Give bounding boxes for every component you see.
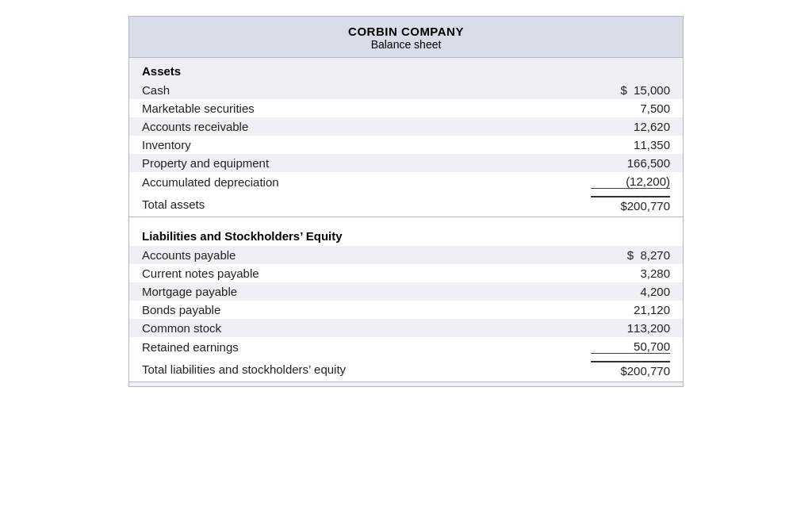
asset-value-accounts-receivable: 12,620 [591, 120, 670, 133]
liab-value-bonds: 21,120 [591, 303, 670, 316]
asset-label-marketable: Marketable securities [142, 102, 591, 115]
asset-row-depreciation: Accumulated depreciation (12,200) [129, 172, 683, 191]
asset-row-cash: Cash $ 15,000 [129, 81, 683, 99]
asset-label-property: Property and equipment [142, 156, 591, 170]
asset-value-depreciation: (12,200) [591, 174, 670, 189]
assets-header: Assets [129, 58, 683, 81]
liab-label-common-stock: Common stock [142, 321, 591, 335]
asset-value-marketable: 7,500 [591, 102, 670, 115]
sheet-title: Balance sheet [142, 38, 670, 51]
liab-row-accounts-payable: Accounts payable $ 8,270 [129, 246, 683, 264]
asset-row-inventory: Inventory 11,350 [129, 136, 683, 154]
total-assets-value: $200,770 [591, 196, 670, 213]
liab-value-retained-earnings: 50,700 [591, 339, 670, 354]
asset-label-depreciation: Accumulated depreciation [142, 175, 591, 189]
asset-row-property: Property and equipment 166,500 [129, 154, 683, 172]
bottom-spacer [129, 382, 683, 386]
asset-value-cash: $ 15,000 [591, 83, 670, 97]
asset-value-property: 166,500 [591, 156, 670, 170]
assets-section: Assets Cash $ 15,000 Marketable securiti… [129, 58, 683, 217]
liab-row-current-notes: Current notes payable 3,280 [129, 264, 683, 282]
liab-row-retained-earnings: Retained earnings 50,700 [129, 337, 683, 356]
asset-label-cash: Cash [142, 83, 591, 97]
total-liabilities-value: $200,770 [591, 361, 670, 378]
liab-value-common-stock: 113,200 [591, 321, 670, 335]
liab-row-bonds: Bonds payable 21,120 [129, 301, 683, 319]
total-assets-row: Total assets $200,770 [129, 191, 683, 217]
total-liabilities-label: Total liabilities and stockholders’ equi… [142, 362, 591, 376]
company-name: CORBIN COMPANY [142, 25, 670, 38]
total-assets-label: Total assets [142, 197, 591, 211]
liab-row-common-stock: Common stock 113,200 [129, 319, 683, 337]
liab-label-accounts-payable: Accounts payable [142, 248, 591, 262]
liab-row-mortgage: Mortgage payable 4,200 [129, 282, 683, 301]
asset-label-inventory: Inventory [142, 138, 591, 151]
section-divider [129, 217, 683, 223]
page-wrapper: CORBIN COMPANY Balance sheet Assets Cash… [0, 0, 812, 510]
asset-row-accounts-receivable: Accounts receivable 12,620 [129, 117, 683, 136]
asset-value-inventory: 11,350 [591, 138, 670, 151]
asset-label-accounts-receivable: Accounts receivable [142, 120, 591, 133]
liab-label-mortgage: Mortgage payable [142, 285, 591, 298]
balance-sheet: CORBIN COMPANY Balance sheet Assets Cash… [128, 16, 684, 387]
total-liabilities-row: Total liabilities and stockholders’ equi… [129, 356, 683, 382]
asset-row-marketable: Marketable securities 7,500 [129, 99, 683, 117]
liabilities-section: Liabilities and Stockholders’ Equity Acc… [129, 223, 683, 382]
liab-value-current-notes: 3,280 [591, 267, 670, 280]
liab-value-mortgage: 4,200 [591, 285, 670, 298]
header-section: CORBIN COMPANY Balance sheet [129, 17, 683, 58]
liab-label-retained-earnings: Retained earnings [142, 340, 591, 354]
liab-label-current-notes: Current notes payable [142, 267, 591, 280]
liab-label-bonds: Bonds payable [142, 303, 591, 316]
liabilities-header: Liabilities and Stockholders’ Equity [129, 223, 683, 246]
liab-value-accounts-payable: $ 8,270 [591, 248, 670, 262]
